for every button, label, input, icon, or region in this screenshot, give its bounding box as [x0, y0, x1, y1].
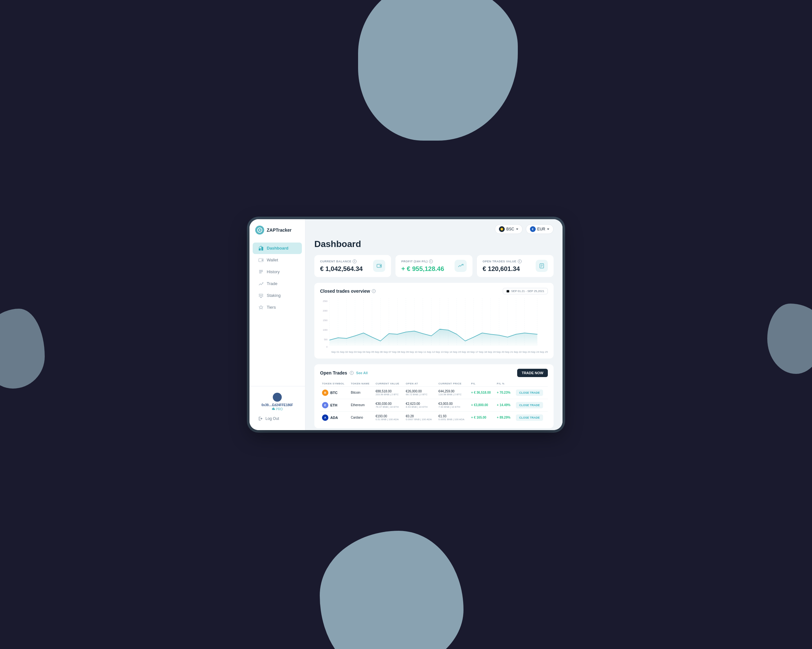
sidebar-label-history: History	[267, 269, 279, 274]
svg-rect-19	[507, 290, 509, 292]
current-value-cell: €30,030.00 79.37 BNB | 10 ETH	[374, 399, 404, 411]
open-at: €2,623.00	[406, 402, 420, 406]
current-price-cell: €1.93 0.0051 BNB | 100 ADA	[437, 411, 469, 424]
open-trades-value: € 120,601.34	[483, 265, 522, 273]
date-range-label: SEP 01.21 - SEP 25,2021	[511, 290, 544, 293]
close-trade-button[interactable]: CLOSE TRADE	[516, 414, 543, 421]
sidebar-item-history[interactable]: History	[253, 266, 302, 278]
open-trades-info-icon[interactable]: i	[518, 260, 522, 263]
open-trades-section: Open Trades i See All TRADE NOW TOKEN SY…	[314, 364, 554, 428]
device-frame: ZAPTracker Dashboard Wallet	[249, 219, 563, 430]
close-trade-button[interactable]: CLOSE TRADE	[516, 402, 543, 408]
svg-rect-11	[260, 297, 262, 298]
dashboard-area: Dashboard CURRENT BALANCE i € 1,042,564.…	[305, 239, 563, 430]
token-name: Bitcoin	[351, 391, 360, 394]
svg-rect-1	[259, 248, 261, 250]
pl-cell: + € 165.00	[469, 411, 495, 424]
token-symbol: ETH	[330, 403, 337, 407]
col-action	[514, 381, 548, 387]
svg-point-8	[263, 282, 264, 283]
current-value: €193.00	[375, 414, 387, 418]
table-header-row: TOKEN SYMBOL TOKEN NAME CURRENT VALUE OP…	[320, 381, 548, 387]
current-value-cell: €193.00 0.51 BNB | 100 ADA	[374, 411, 404, 424]
balance-info-icon[interactable]: i	[353, 260, 357, 263]
pl-pct-value: + 89.29%	[497, 416, 510, 419]
sidebar-item-wallet[interactable]: Wallet	[253, 254, 302, 266]
current-price: €1.93	[439, 414, 447, 418]
trades-table: TOKEN SYMBOL TOKEN NAME CURRENT VALUE OP…	[320, 381, 548, 424]
token-symbol: ADA	[330, 416, 338, 420]
user-avatar	[273, 393, 282, 402]
token-name: Cardano	[351, 416, 363, 419]
current-price-cell: €3,003.00 7.94 BNB | 10 ETH	[437, 399, 469, 411]
eur-icon: €	[530, 226, 536, 232]
current-price: €44,259.00	[439, 389, 455, 393]
chart-container: 2500 2000 1500 1000 500 0	[320, 298, 548, 349]
token-symbol-cell: A ADA	[320, 411, 349, 424]
current-price-sub: 116.98 BNB | 2 BTC	[439, 393, 467, 396]
see-all-link[interactable]: See All	[356, 371, 368, 375]
token-symbol-cell: B BTC	[320, 386, 349, 399]
close-trade-button[interactable]: CLOSE TRADE	[516, 389, 543, 396]
sidebar-label-dashboard: Dashboard	[267, 246, 288, 250]
currency-label: EUR	[537, 227, 545, 231]
sidebar-nav: Dashboard Wallet History	[249, 242, 305, 313]
action-cell: CLOSE TRADE	[514, 399, 548, 411]
open-trades-icon	[536, 260, 548, 272]
profit-value: + € 955,128.46	[401, 265, 444, 273]
trade-icon	[258, 281, 264, 286]
logout-icon	[258, 416, 263, 421]
network-selector[interactable]: BSC	[495, 224, 523, 234]
pl-pct-value: + 14.49%	[497, 403, 510, 407]
sidebar-label-staking: Staking	[267, 293, 281, 298]
svg-text:0: 0	[327, 345, 328, 348]
balance-icon	[373, 260, 385, 272]
date-range-button[interactable]: SEP 01.21 - SEP 25,2021	[503, 288, 548, 294]
chevron-down-icon-2	[547, 228, 549, 231]
user-tier: PRO	[272, 408, 283, 411]
user-info: 0x39....Ed24FFE186F PRO	[249, 390, 305, 414]
col-token-symbol: TOKEN SYMBOL	[320, 381, 349, 387]
logo-icon	[255, 226, 264, 235]
token-symbol-cell: E ETH	[320, 399, 349, 411]
trades-title: Open Trades i See All	[320, 370, 368, 376]
sidebar-item-trade[interactable]: Trade	[253, 278, 302, 290]
svg-rect-5	[259, 270, 263, 271]
currency-selector[interactable]: € EUR	[526, 224, 554, 234]
profit-info-icon[interactable]: i	[429, 260, 433, 263]
svg-text:1000: 1000	[323, 328, 327, 331]
open-trades-label: OPEN TRADES VALUE i	[483, 260, 522, 263]
trade-now-button[interactable]: TRADE NOW	[517, 369, 548, 377]
col-current-value: CURRENT VALUE	[374, 381, 404, 387]
cloud-icon	[272, 408, 275, 411]
token-name-cell: Bitcoin	[349, 386, 373, 399]
calendar-icon	[506, 290, 510, 293]
pl-value: + €3,800.00	[471, 403, 488, 407]
action-cell: CLOSE TRADE	[514, 386, 548, 399]
chart-card: Closed trades overview i SEP 01.21 - SEP…	[314, 283, 554, 359]
open-at-cell: €0.28 0.0007 BNB | 100 ADA	[404, 411, 437, 424]
chart-svg: 2500 2000 1500 1000 500 0	[320, 298, 548, 349]
svg-rect-7	[259, 273, 262, 273]
logo-area: ZAPTracker	[249, 226, 305, 242]
logout-button[interactable]: Log Out	[253, 414, 302, 423]
current-value: €30,030.00	[375, 402, 392, 406]
chevron-down-icon	[516, 228, 519, 231]
profit-card: PROFIT (24H P/L) i + € 955,128.46	[395, 255, 472, 277]
sidebar-item-dashboard[interactable]: Dashboard	[253, 243, 302, 254]
trades-header: Open Trades i See All TRADE NOW	[320, 369, 548, 377]
trades-info-icon[interactable]: i	[350, 371, 354, 375]
balance-label: CURRENT BALANCE i	[320, 260, 363, 263]
col-open-at: OPEN AT	[404, 381, 437, 387]
stats-row: CURRENT BALANCE i € 1,042,564.34	[314, 255, 554, 277]
svg-rect-6	[259, 271, 263, 272]
col-token-name: TOKEN NAME	[349, 381, 373, 387]
open-at: €0.28	[406, 414, 414, 418]
pl-pct-cell: + 70.23%	[495, 386, 514, 399]
history-icon	[258, 269, 264, 275]
chart-x-labels: Sep 01 Sep 02 Sep 03 Sep 04 Sep 05 Sep 0…	[320, 349, 548, 353]
sidebar-item-staking[interactable]: Staking	[253, 290, 302, 301]
chart-info-icon[interactable]: i	[372, 289, 375, 293]
svg-rect-10	[259, 296, 263, 296]
sidebar-item-tiers[interactable]: Tiers	[253, 302, 302, 313]
